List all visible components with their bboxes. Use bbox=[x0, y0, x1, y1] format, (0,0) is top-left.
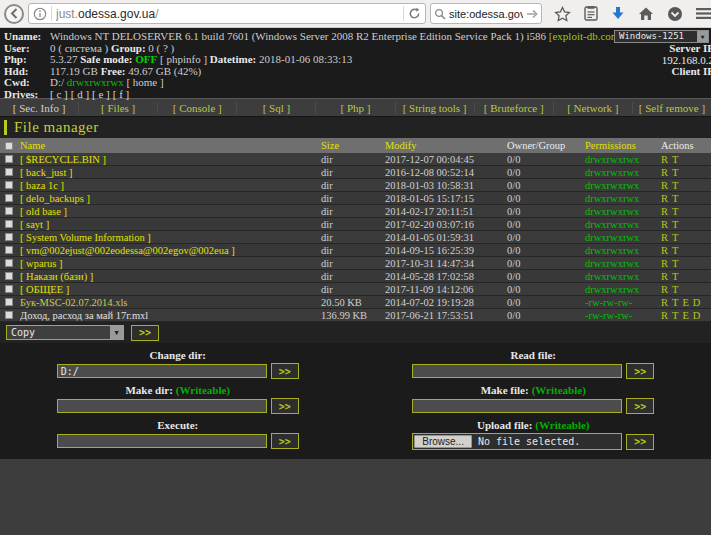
row-checkbox[interactable] bbox=[5, 155, 13, 163]
action-r-link[interactable]: R bbox=[661, 271, 668, 282]
action-r-link[interactable]: R bbox=[661, 167, 668, 178]
file-action-select[interactable]: Copy ▼ bbox=[6, 325, 124, 340]
nav-tab-2[interactable]: [ Console ] bbox=[157, 102, 236, 114]
execute-input[interactable] bbox=[57, 434, 267, 448]
menu-icon[interactable] bbox=[696, 7, 711, 20]
file-permissions-link[interactable]: drwxrwxrwx bbox=[585, 206, 661, 217]
change-dir-input[interactable] bbox=[57, 364, 267, 378]
url-bar[interactable]: just.odessa.gov.ua/ bbox=[28, 3, 426, 24]
upload-go-button[interactable]: >> bbox=[626, 434, 654, 450]
nav-tab-7[interactable]: [ Network ] bbox=[553, 102, 632, 114]
file-permissions-link[interactable]: drwxrwxrwx bbox=[585, 245, 661, 256]
file-name-link[interactable]: [ $RECYCLE.BIN ] bbox=[20, 154, 321, 165]
file-name-link[interactable]: [ delo_backups ] bbox=[20, 193, 321, 204]
row-checkbox[interactable] bbox=[5, 207, 13, 215]
drive-link-1[interactable]: [ d ] bbox=[71, 88, 89, 100]
action-r-link[interactable]: R bbox=[661, 193, 668, 204]
select-all-checkbox[interactable] bbox=[5, 142, 13, 150]
row-checkbox[interactable] bbox=[5, 168, 13, 176]
file-name-link[interactable]: [ baza 1c ] bbox=[20, 180, 321, 191]
file-name-link[interactable]: Бук-MSC-02.07.2014.xls bbox=[20, 297, 321, 308]
home-icon[interactable] bbox=[638, 6, 654, 21]
row-checkbox[interactable] bbox=[5, 311, 13, 319]
bookmark-star-icon[interactable] bbox=[554, 6, 571, 22]
action-e-link[interactable]: E bbox=[682, 310, 688, 321]
file-permissions-link[interactable]: drwxrwxrwx bbox=[585, 284, 661, 295]
action-r-link[interactable]: R bbox=[661, 258, 668, 269]
bookmarks-sidebar-icon[interactable] bbox=[584, 6, 598, 21]
file-name-link[interactable]: [ wparus ] bbox=[20, 258, 321, 269]
row-checkbox[interactable] bbox=[5, 246, 13, 254]
nav-tab-5[interactable]: [ String tools ] bbox=[395, 102, 474, 114]
back-button[interactable] bbox=[4, 4, 24, 24]
action-t-link[interactable]: T bbox=[672, 297, 678, 308]
pocket-icon[interactable] bbox=[667, 6, 683, 22]
read-file-input[interactable] bbox=[412, 364, 622, 378]
file-permissions-link[interactable]: drwxrwxrwx bbox=[585, 232, 661, 243]
change-dir-go-button[interactable]: >> bbox=[271, 363, 299, 379]
action-r-link[interactable]: R bbox=[661, 180, 668, 191]
drive-link-3[interactable]: [ f ] bbox=[113, 88, 130, 100]
action-r-link[interactable]: R bbox=[661, 219, 668, 230]
bulk-action-go-button[interactable]: >> bbox=[131, 325, 159, 341]
file-permissions-link[interactable]: drwxrwxrwx bbox=[585, 180, 661, 191]
file-permissions-link[interactable]: -rw-rw-rw- bbox=[585, 297, 661, 308]
drive-link-0[interactable]: [ c ] bbox=[50, 88, 68, 100]
cwd-permissions-link[interactable]: drwxrwxrwx bbox=[67, 76, 124, 88]
action-t-link[interactable]: T bbox=[672, 167, 678, 178]
execute-go-button[interactable]: >> bbox=[271, 433, 299, 449]
action-t-link[interactable]: T bbox=[672, 180, 678, 191]
read-file-go-button[interactable]: >> bbox=[626, 363, 654, 379]
action-t-link[interactable]: T bbox=[672, 232, 678, 243]
make-dir-input[interactable] bbox=[57, 399, 267, 413]
file-permissions-link[interactable]: drwxrwxrwx bbox=[585, 258, 661, 269]
file-name-link[interactable]: [ ОБЩЕЕ ] bbox=[20, 284, 321, 295]
file-permissions-link[interactable]: drwxrwxrwx bbox=[585, 193, 661, 204]
file-name-link[interactable]: [ Накази (бази) ] bbox=[20, 271, 321, 282]
column-header-size[interactable]: Size bbox=[321, 140, 385, 151]
row-checkbox[interactable] bbox=[5, 181, 13, 189]
file-name-link[interactable]: [ sayt ] bbox=[20, 219, 321, 230]
action-t-link[interactable]: T bbox=[672, 193, 678, 204]
drive-link-2[interactable]: [ e ] bbox=[92, 88, 110, 100]
action-e-link[interactable]: E bbox=[682, 297, 688, 308]
column-header-permissions[interactable]: Permissions bbox=[585, 140, 661, 151]
column-header-name[interactable]: Name bbox=[20, 140, 321, 151]
nav-tab-4[interactable]: [ Php ] bbox=[315, 102, 394, 114]
action-t-link[interactable]: T bbox=[672, 258, 678, 269]
page-info-icon[interactable] bbox=[33, 7, 47, 21]
action-t-link[interactable]: T bbox=[672, 245, 678, 256]
search-go-icon[interactable] bbox=[526, 9, 538, 19]
file-name-link[interactable]: [ vm@002ejust@002eodessa@002egov@002eua … bbox=[20, 245, 321, 256]
nav-tab-6[interactable]: [ Bruteforce ] bbox=[474, 102, 553, 114]
action-t-link[interactable]: T bbox=[672, 284, 678, 295]
column-header-modify[interactable]: Modify bbox=[385, 140, 507, 151]
file-name-link[interactable]: [ back_just ] bbox=[20, 167, 321, 178]
row-checkbox[interactable] bbox=[5, 194, 13, 202]
file-permissions-link[interactable]: -rw-rw-rw- bbox=[585, 310, 661, 321]
search-box[interactable] bbox=[430, 3, 542, 24]
nav-tab-1[interactable]: [ Files ] bbox=[78, 102, 157, 114]
file-name-link[interactable]: [ System Volume Information ] bbox=[20, 232, 321, 243]
action-t-link[interactable]: T bbox=[672, 154, 678, 165]
make-file-input[interactable] bbox=[412, 399, 622, 413]
file-permissions-link[interactable]: drwxrwxrwx bbox=[585, 271, 661, 282]
file-name-link[interactable]: [ old base ] bbox=[20, 206, 321, 217]
row-checkbox[interactable] bbox=[5, 298, 13, 306]
action-r-link[interactable]: R bbox=[661, 284, 668, 295]
nav-tab-3[interactable]: [ Sql ] bbox=[236, 102, 315, 114]
action-r-link[interactable]: R bbox=[661, 310, 668, 321]
row-checkbox[interactable] bbox=[5, 233, 13, 241]
action-t-link[interactable]: T bbox=[672, 271, 678, 282]
reload-button[interactable] bbox=[408, 7, 421, 20]
browse-button[interactable]: Browse... bbox=[414, 435, 472, 448]
action-d-link[interactable]: D bbox=[693, 297, 701, 308]
file-permissions-link[interactable]: drwxrwxrwx bbox=[585, 219, 661, 230]
make-file-go-button[interactable]: >> bbox=[626, 398, 654, 414]
file-permissions-link[interactable]: drwxrwxrwx bbox=[585, 154, 661, 165]
phpinfo-link[interactable]: [ phpinfo ] bbox=[160, 53, 207, 65]
row-checkbox[interactable] bbox=[5, 259, 13, 267]
row-checkbox[interactable] bbox=[5, 220, 13, 228]
file-name-link[interactable]: Доход, расход за май 17г.mxl bbox=[20, 310, 321, 321]
action-t-link[interactable]: T bbox=[672, 310, 678, 321]
